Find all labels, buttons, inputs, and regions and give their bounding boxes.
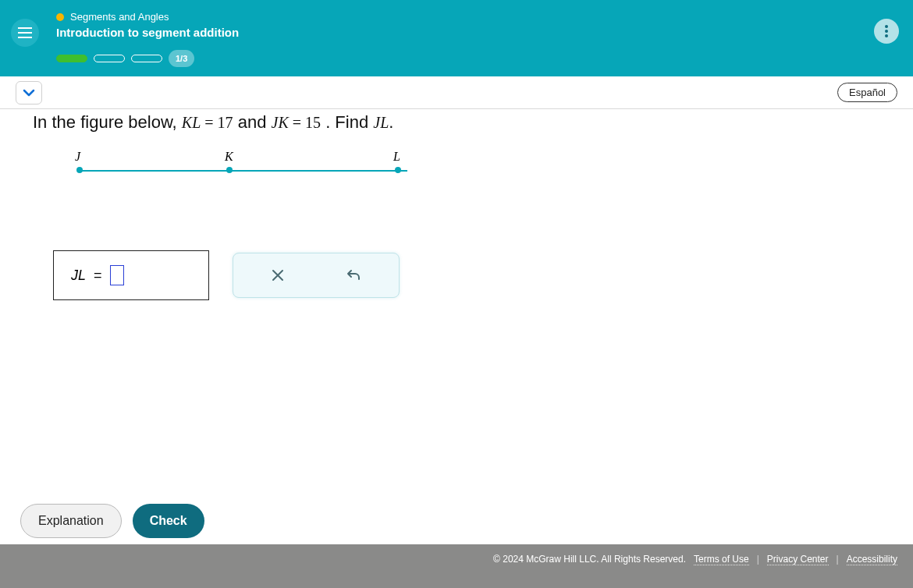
math-var: JK <box>272 114 289 131</box>
math-var: KL <box>182 114 201 131</box>
explanation-button[interactable]: Explanation <box>20 504 122 538</box>
segment-figure: J K L <box>72 153 415 184</box>
point-label: K <box>225 150 233 164</box>
footer: © 2024 McGraw Hill LLC. All Rights Reser… <box>0 544 913 588</box>
question-area: In the figure below, KL = 17 and JK = 15… <box>0 109 913 544</box>
math-op: = <box>201 114 217 131</box>
point-label: J <box>75 150 80 164</box>
point-k <box>226 167 233 173</box>
progress-segment <box>56 55 87 62</box>
point-j <box>76 167 83 173</box>
topic-label: Segments and Angles <box>70 11 169 23</box>
answer-row: JL = <box>53 250 880 300</box>
check-button[interactable]: Check <box>133 504 204 538</box>
language-toggle[interactable]: Español <box>837 83 897 102</box>
segment-line <box>80 170 407 172</box>
svg-point-2 <box>885 34 888 37</box>
question-prompt: In the figure below, KL = 17 and JK = 15… <box>33 112 880 133</box>
terms-link[interactable]: Terms of Use <box>694 554 749 565</box>
undo-icon <box>346 267 362 283</box>
collapse-button[interactable] <box>16 81 42 104</box>
separator: | <box>757 554 759 565</box>
more-options-button[interactable] <box>874 19 899 44</box>
privacy-link[interactable]: Privacy Center <box>767 554 829 565</box>
progress-count: 1/3 <box>169 50 194 67</box>
x-icon <box>271 268 285 282</box>
math-var: JL <box>373 114 389 131</box>
topic-row: Segments and Angles <box>56 11 913 23</box>
action-buttons: Explanation Check <box>20 504 204 538</box>
svg-point-1 <box>885 30 888 33</box>
prompt-text: and <box>238 112 272 132</box>
lesson-title: Introduction to segment addition <box>56 26 913 39</box>
math-num: 15 <box>305 114 321 131</box>
kebab-icon <box>885 25 888 37</box>
prompt-text: In the figure below, <box>33 112 182 132</box>
math-op: = <box>289 114 305 131</box>
clear-button[interactable] <box>240 260 316 291</box>
progress-bar: 1/3 <box>56 50 913 67</box>
progress-segment <box>131 55 162 62</box>
topic-bullet-icon <box>56 13 64 21</box>
hamburger-icon <box>18 27 32 38</box>
chevron-down-icon <box>23 89 35 97</box>
prompt-text: . Find <box>325 112 373 132</box>
answer-eq: = <box>94 267 102 284</box>
prompt-text: . <box>389 112 393 132</box>
point-l <box>395 167 401 173</box>
copyright-text: © 2024 McGraw Hill LLC. All Rights Reser… <box>493 554 686 565</box>
point-label: L <box>393 150 400 164</box>
separator: | <box>837 554 839 565</box>
answer-input[interactable] <box>110 265 124 285</box>
math-num: 17 <box>218 114 233 131</box>
undo-button[interactable] <box>316 260 393 291</box>
answer-var: JL <box>71 267 86 284</box>
answer-box: JL = <box>53 250 209 300</box>
svg-point-0 <box>885 25 888 28</box>
accessibility-link[interactable]: Accessibility <box>847 554 897 565</box>
sub-header: Español <box>0 76 913 109</box>
toolbar <box>233 253 400 298</box>
progress-segment <box>94 55 125 62</box>
menu-button[interactable] <box>11 19 39 47</box>
app-header: Segments and Angles Introduction to segm… <box>0 0 913 76</box>
